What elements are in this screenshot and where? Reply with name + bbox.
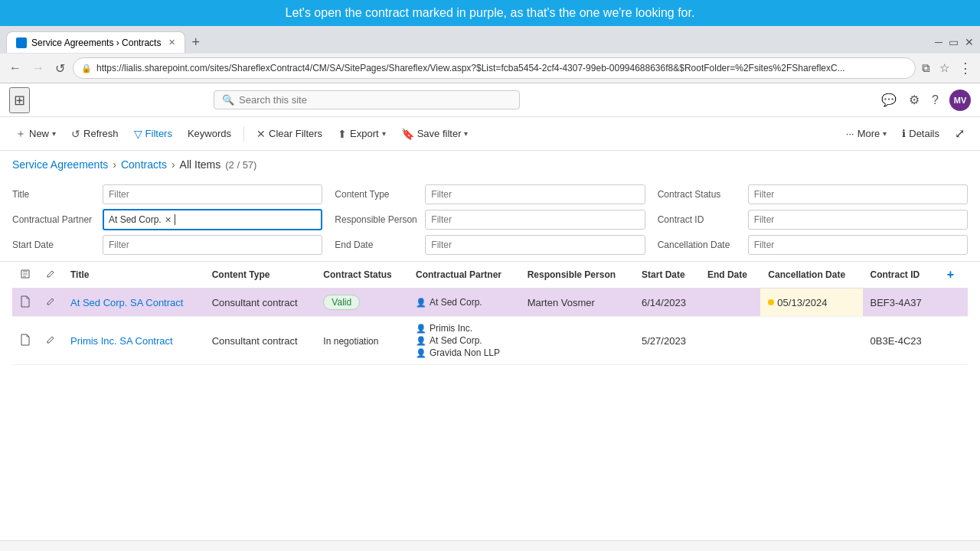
filter-responsible-person-label: Responsible Person	[335, 214, 419, 225]
header-end-date[interactable]: End Date	[700, 262, 760, 289]
keywords-button[interactable]: Keywords	[181, 124, 237, 143]
bookmark-button[interactable]: ☆	[938, 60, 951, 77]
user-profile-button[interactable]: MV	[949, 90, 971, 111]
header-start-date[interactable]: Start Date	[634, 262, 700, 289]
filter-content-type-label: Content Type	[335, 189, 419, 200]
save-filter-button[interactable]: 🔖 Save filter ▾	[395, 124, 475, 144]
filter-contract-status-label: Contract Status	[658, 189, 742, 200]
filter-start-date-input[interactable]	[103, 235, 322, 255]
row-responsible-person	[520, 317, 634, 365]
extensions-button[interactable]: ⧉	[920, 60, 932, 77]
row-title-link[interactable]: At Sed Corp. SA Contract	[70, 297, 183, 308]
export-button[interactable]: ⬆ Export ▾	[332, 124, 392, 144]
tab-close-button[interactable]: ✕	[168, 37, 175, 47]
new-button[interactable]: ＋ New ▾	[9, 123, 62, 145]
filter-title-input[interactable]	[103, 184, 322, 204]
filter-end-date-input[interactable]	[425, 235, 645, 255]
header-content-type[interactable]: Content Type	[204, 262, 316, 289]
filter-row-end-date: End Date	[335, 235, 645, 255]
divider-1	[243, 126, 244, 142]
new-icon: ＋	[15, 127, 26, 141]
filter-content-type-input[interactable]	[425, 184, 645, 204]
partner-icon: 👤	[416, 298, 426, 308]
more-icon: ···	[846, 128, 854, 139]
table-row[interactable]: At Sed Corp. SA ContractConsultant contr…	[12, 289, 968, 317]
row-edit-button[interactable]	[38, 289, 63, 317]
row-title[interactable]: At Sed Corp. SA Contract	[63, 289, 204, 317]
partner-name: Gravida Non LLP	[430, 347, 500, 358]
waffle-menu-button[interactable]: ⊞	[9, 87, 30, 113]
back-button[interactable]: ←	[6, 60, 24, 77]
clear-filters-button[interactable]: ✕ Clear Filters	[250, 124, 328, 144]
header-responsible-person[interactable]: Responsible Person	[520, 262, 634, 289]
export-icon: ⬆	[338, 128, 347, 140]
cancellation-warning: 05/13/2024	[768, 297, 854, 308]
sp-search[interactable]: 🔍	[214, 90, 520, 109]
list-container: Title Content Type Contract Status Contr…	[0, 262, 980, 365]
clear-filters-label: Clear Filters	[269, 128, 322, 139]
header-title[interactable]: Title	[63, 262, 204, 289]
table-row[interactable]: Primis Inc. SA ContractConsultant contra…	[12, 317, 968, 365]
status-badge: Valid	[323, 295, 360, 310]
header-contractual-partner[interactable]: Contractual Partner	[408, 262, 520, 289]
browser-actions: ⧉ ☆ ⋮	[920, 58, 974, 78]
settings-button[interactable]: ⚙	[907, 91, 921, 109]
chat-button[interactable]: 💬	[880, 91, 898, 109]
row-contract-status: In negotiation	[315, 317, 408, 365]
breadcrumb-contracts[interactable]: Contracts	[121, 158, 167, 171]
minimize-button[interactable]: ─	[935, 36, 942, 48]
breadcrumb-sep-1: ›	[113, 158, 116, 171]
filters-button[interactable]: ▽ Filters	[128, 124, 178, 144]
row-title[interactable]: Primis Inc. SA Contract	[63, 317, 204, 365]
filter-cancellation-date-input[interactable]	[748, 235, 968, 255]
fullscreen-button[interactable]: ⤢	[949, 122, 971, 145]
details-button[interactable]: ℹ Details	[896, 124, 946, 143]
more-dropdown-icon: ▾	[883, 129, 887, 138]
row-end-date	[700, 289, 760, 317]
row-start-date: 5/27/2023	[634, 317, 700, 365]
filter-cancellation-date-label: Cancellation Date	[658, 240, 742, 250]
filter-contractual-partner-input-wrapper[interactable]: At Sed Corp. ✕	[103, 209, 322, 230]
help-button[interactable]: ?	[930, 92, 940, 109]
row-contract-id: 0B3E-4C23	[863, 317, 936, 365]
row-title-link[interactable]: Primis Inc. SA Contract	[70, 335, 173, 347]
filter-area: Title Content Type Contract Status Contr…	[0, 178, 980, 262]
filter-row-title: Title	[12, 184, 322, 204]
header-add-column[interactable]: +	[936, 262, 968, 289]
refresh-button[interactable]: ↺ Refresh	[65, 124, 125, 144]
close-browser-button[interactable]: ✕	[965, 36, 974, 48]
address-bar[interactable]: 🔒	[73, 57, 916, 79]
reload-button[interactable]: ↺	[52, 60, 68, 77]
header-cancellation-date[interactable]: Cancellation Date	[760, 262, 862, 289]
more-button[interactable]: ··· More ▾	[840, 124, 893, 143]
warning-icon	[768, 299, 774, 305]
filter-contract-status-input[interactable]	[748, 184, 968, 204]
add-column-button[interactable]: +	[944, 265, 957, 284]
more-options-button[interactable]: ⋮	[957, 58, 974, 78]
breadcrumb-sep-2: ›	[172, 158, 175, 171]
partner-item: 👤Primis Inc.	[416, 323, 512, 334]
filter-contract-id-input[interactable]	[748, 210, 968, 230]
profile-initials: MV	[954, 96, 967, 105]
header-edit-icon	[38, 262, 63, 289]
active-tab[interactable]: Service Agreements › Contracts ✕	[6, 31, 185, 53]
details-label: Details	[909, 128, 939, 139]
row-edit-button[interactable]	[38, 317, 63, 365]
forward-button[interactable]: →	[29, 60, 47, 77]
filter-responsible-person-input[interactable]	[425, 210, 645, 230]
header-contract-status[interactable]: Contract Status	[315, 262, 408, 289]
export-dropdown-icon: ▾	[382, 129, 386, 138]
breadcrumb-service-agreements[interactable]: Service Agreements	[12, 158, 108, 171]
url-input[interactable]	[96, 63, 907, 73]
filter-tag-remove[interactable]: ✕	[165, 215, 172, 225]
header-contract-id[interactable]: Contract ID	[863, 262, 936, 289]
restore-button[interactable]: ▭	[949, 36, 959, 48]
new-tab-button[interactable]: +	[185, 34, 206, 51]
filter-row-contract-status: Contract Status	[658, 184, 968, 204]
filter-cursor	[175, 214, 175, 225]
filter-start-date-label: Start Date	[12, 240, 96, 250]
breadcrumb-all-items: All Items	[180, 158, 221, 171]
search-input[interactable]	[239, 94, 511, 106]
filter-row-responsible-person: Responsible Person	[335, 209, 645, 230]
filter-row-start-date: Start Date	[12, 235, 322, 255]
